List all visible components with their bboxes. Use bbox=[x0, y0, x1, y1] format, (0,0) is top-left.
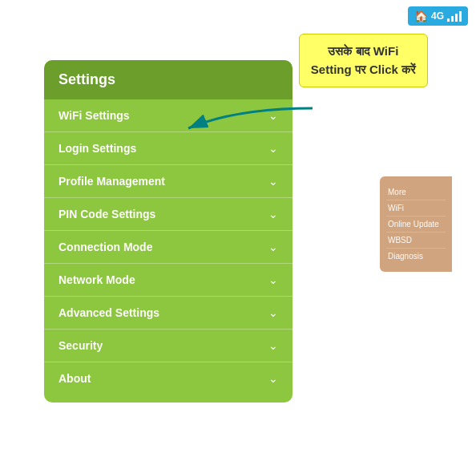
arrow-pointer bbox=[172, 100, 317, 148]
side-panel-item-3: WBSD bbox=[386, 233, 446, 249]
settings-label-advanced-settings: Advanced Settings bbox=[58, 306, 159, 319]
chevron-icon-network-mode: ⌄ bbox=[268, 273, 278, 286]
settings-item-connection-mode[interactable]: Connection Mode⌄ bbox=[44, 231, 292, 264]
chevron-icon-pin-code-settings: ⌄ bbox=[268, 208, 278, 220]
settings-item-about[interactable]: About⌄ bbox=[44, 362, 292, 394]
settings-label-connection-mode: Connection Mode bbox=[58, 241, 152, 253]
chevron-icon-about: ⌄ bbox=[268, 372, 278, 385]
tooltip-callout: उसके बाद WiFiSetting पर Click करें bbox=[299, 34, 428, 87]
chevron-icon-profile-management: ⌄ bbox=[268, 175, 278, 188]
settings-item-network-mode[interactable]: Network Mode⌄ bbox=[44, 264, 292, 297]
chevron-icon-advanced-settings: ⌄ bbox=[268, 306, 278, 319]
signal-strength: 4G bbox=[431, 10, 444, 22]
side-panel-item-2: Online Update bbox=[386, 216, 446, 233]
settings-item-advanced-settings[interactable]: Advanced Settings⌄ bbox=[44, 297, 292, 330]
status-bar: 🏠 4G bbox=[408, 6, 468, 26]
settings-header: Settings bbox=[44, 60, 292, 99]
home-icon: 🏠 bbox=[414, 10, 428, 22]
chevron-icon-security: ⌄ bbox=[268, 339, 278, 352]
settings-label-about: About bbox=[58, 372, 91, 385]
settings-label-login-settings: Login Settings bbox=[58, 142, 136, 155]
settings-label-security: Security bbox=[58, 339, 103, 352]
chevron-icon-connection-mode: ⌄ bbox=[268, 241, 278, 253]
settings-label-pin-code-settings: PIN Code Settings bbox=[58, 208, 155, 220]
side-panel-item-4: Diagnosis bbox=[386, 249, 446, 264]
settings-item-security[interactable]: Security⌄ bbox=[44, 330, 292, 362]
side-panel-item-1: WiFi bbox=[386, 200, 446, 216]
settings-label-wifi-settings: WiFi Settings bbox=[58, 109, 130, 122]
settings-label-network-mode: Network Mode bbox=[58, 273, 135, 286]
side-panel-item-0: More bbox=[386, 184, 446, 200]
signal-bars-icon bbox=[447, 10, 462, 22]
settings-label-profile-management: Profile Management bbox=[58, 175, 165, 188]
side-panel: MoreWiFiOnline UpdateWBSDDiagnosis bbox=[380, 176, 452, 272]
settings-item-profile-management[interactable]: Profile Management⌄ bbox=[44, 165, 292, 198]
settings-item-pin-code-settings[interactable]: PIN Code Settings⌄ bbox=[44, 198, 292, 231]
